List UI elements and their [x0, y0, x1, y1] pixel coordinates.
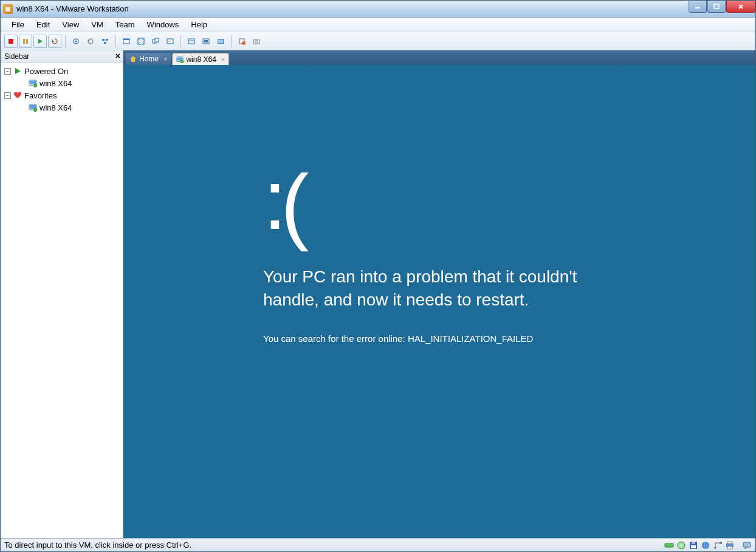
- main-area: Home × win8 X64 × :( Your PC ran into a …: [123, 50, 755, 538]
- svg-point-40: [681, 544, 682, 546]
- toolbar-separator: [180, 35, 181, 47]
- sad-face-icon: :(: [263, 162, 755, 247]
- revert-snapshot-button[interactable]: [84, 35, 97, 48]
- svg-rect-46: [720, 542, 722, 544]
- toolbar-separator: [65, 35, 66, 47]
- toolbar-separator: [231, 35, 232, 47]
- tabbar: Home × win8 X64 ×: [123, 50, 755, 65]
- vm-icon: [29, 79, 37, 87]
- bsod-message: Your PC ran into a problem that it could…: [263, 265, 628, 312]
- svg-rect-38: [665, 543, 673, 547]
- tree-group-label: Favorites: [24, 91, 57, 100]
- appliance-view-button[interactable]: [199, 35, 213, 48]
- window-title: win8 X64 - VMware Workstation: [16, 4, 129, 13]
- menu-help[interactable]: Help: [185, 19, 213, 30]
- play-icon: [13, 67, 22, 75]
- minimize-button[interactable]: [689, 1, 707, 13]
- titlebar[interactable]: win8 X64 - VMware Workstation: [1, 1, 755, 18]
- sound-icon[interactable]: [737, 540, 740, 550]
- cd-icon[interactable]: [676, 540, 686, 550]
- maximize-button[interactable]: [707, 1, 726, 13]
- fullscreen-button[interactable]: [134, 35, 148, 48]
- usb-icon[interactable]: [713, 540, 723, 550]
- status-text: To direct input to this VM, click inside…: [4, 540, 191, 550]
- power-off-button[interactable]: [4, 35, 18, 48]
- tree-item[interactable]: win8 X64: [2, 101, 122, 114]
- svg-point-8: [88, 39, 93, 44]
- show-console-button[interactable]: [120, 35, 133, 48]
- close-button[interactable]: [726, 1, 755, 13]
- message-icon[interactable]: [742, 540, 752, 550]
- svg-point-26: [242, 41, 246, 45]
- svg-rect-19: [188, 39, 194, 44]
- menu-vm[interactable]: VM: [85, 19, 109, 30]
- menu-file[interactable]: File: [5, 19, 30, 30]
- suspend-button[interactable]: [19, 35, 32, 48]
- svg-rect-24: [218, 39, 223, 43]
- console-view-button[interactable]: [214, 35, 227, 48]
- hdd-icon[interactable]: [664, 540, 674, 550]
- svg-rect-49: [727, 547, 732, 549]
- tree-item-label: win8 X64: [40, 79, 72, 88]
- svg-point-7: [75, 40, 77, 42]
- svg-rect-16: [155, 38, 159, 42]
- app-window: win8 X64 - VMware Workstation File Edit …: [0, 0, 756, 552]
- app-icon: [3, 4, 13, 14]
- floppy-icon[interactable]: [689, 540, 698, 550]
- tab-home[interactable]: Home ×: [126, 53, 171, 65]
- svg-rect-10: [106, 39, 108, 41]
- network-icon[interactable]: [701, 540, 710, 550]
- sidebar-close-button[interactable]: ×: [115, 51, 120, 61]
- snapshot-button[interactable]: [69, 35, 83, 48]
- svg-rect-48: [727, 542, 732, 543]
- tab-close-icon[interactable]: ×: [163, 55, 167, 63]
- printer-icon[interactable]: [725, 540, 735, 550]
- quick-switch-button[interactable]: [149, 35, 162, 48]
- tree-item[interactable]: win8 X64: [2, 77, 122, 89]
- menu-team[interactable]: Team: [109, 19, 141, 30]
- body-area: Sidebar × − Powered On win8 X64 − Favor: [1, 50, 755, 538]
- tree-group-label: Powered On: [24, 67, 68, 76]
- collapse-icon[interactable]: −: [4, 92, 11, 99]
- capture-button[interactable]: [250, 35, 263, 48]
- unity-button[interactable]: [163, 35, 177, 48]
- power-on-button[interactable]: [33, 35, 47, 48]
- convert-button[interactable]: [235, 35, 249, 48]
- svg-rect-2: [714, 4, 719, 9]
- tree-group-favorites[interactable]: − Favorites: [2, 89, 122, 101]
- tab-label: Home: [139, 55, 159, 63]
- tab-vm[interactable]: win8 X64 ×: [172, 53, 229, 65]
- svg-rect-13: [123, 39, 129, 40]
- snapshot-manager-button[interactable]: [98, 35, 112, 48]
- bsod-error-code: You can search for the error online: HAL…: [263, 333, 755, 344]
- vm-icon: [176, 56, 184, 63]
- vm-icon: [29, 103, 37, 112]
- svg-rect-43: [691, 545, 696, 548]
- tree-group-powered-on[interactable]: − Powered On: [2, 65, 122, 77]
- bsod-screen: :( Your PC ran into a problem that it co…: [123, 65, 755, 538]
- status-icons: [664, 540, 752, 550]
- collapse-icon[interactable]: −: [4, 68, 11, 75]
- svg-point-18: [168, 41, 170, 42]
- summary-view-button[interactable]: [185, 35, 198, 48]
- svg-rect-5: [26, 39, 28, 44]
- menu-edit[interactable]: Edit: [30, 19, 56, 30]
- sidebar-header: Sidebar ×: [1, 50, 123, 63]
- vm-console[interactable]: :( Your PC ran into a problem that it co…: [123, 65, 755, 538]
- sidebar-title: Sidebar: [4, 52, 29, 61]
- svg-rect-50: [743, 542, 751, 547]
- menu-view[interactable]: View: [56, 19, 85, 30]
- svg-point-28: [255, 40, 258, 43]
- svg-rect-0: [5, 7, 10, 12]
- tree-item-label: win8 X64: [40, 103, 72, 112]
- svg-rect-42: [692, 542, 695, 544]
- statusbar: To direct input to this VM, click inside…: [1, 538, 755, 551]
- svg-rect-22: [204, 40, 208, 43]
- sidebar-tree: − Powered On win8 X64 − Favorites: [1, 63, 123, 538]
- svg-rect-11: [104, 42, 106, 44]
- reset-button[interactable]: [48, 35, 61, 48]
- toolbar-separator: [115, 35, 116, 47]
- tab-close-icon[interactable]: ×: [221, 56, 225, 63]
- menu-windows[interactable]: Windows: [141, 19, 185, 30]
- svg-rect-17: [167, 39, 173, 44]
